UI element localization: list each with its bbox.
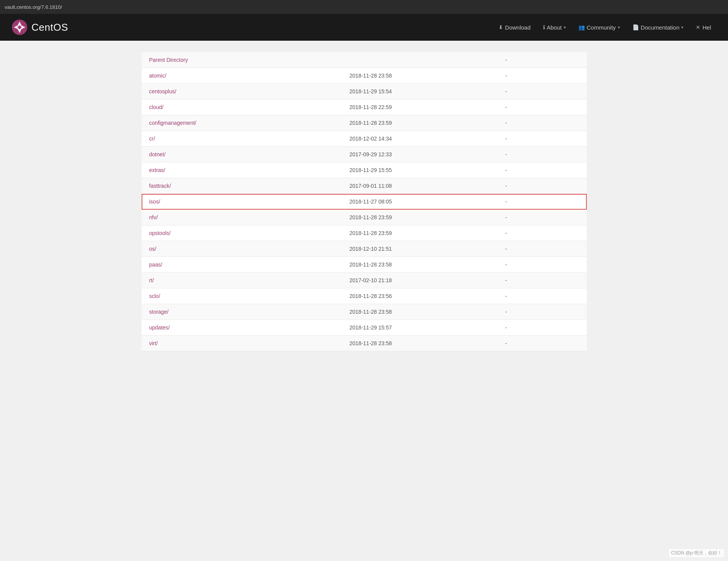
- nav-community-label: Community: [587, 24, 616, 31]
- navbar: CentOS ⬇ Download ℹ About ▾ 👥 Community …: [0, 14, 728, 41]
- dir-link[interactable]: rt/: [149, 277, 154, 283]
- brand-link[interactable]: CentOS: [12, 19, 68, 35]
- table-row[interactable]: centosplus/2018-11-29 15:54-: [142, 84, 587, 99]
- dir-date: 2018-12-10 21:51: [342, 241, 498, 257]
- browser-bar: vault.centos.org/7.6.1810/: [0, 0, 728, 14]
- help-icon: ✕: [696, 24, 700, 30]
- dir-size: -: [498, 273, 587, 288]
- docs-caret: ▾: [681, 25, 683, 30]
- dir-link[interactable]: fasttrack/: [149, 183, 171, 189]
- table-row[interactable]: updates/2018-11-29 15:57-: [142, 320, 587, 336]
- dir-link[interactable]: cloud/: [149, 104, 163, 110]
- dir-size: -: [498, 115, 587, 131]
- brand-name: CentOS: [31, 22, 68, 33]
- dir-link[interactable]: virt/: [149, 340, 158, 346]
- table-row[interactable]: nfv/2018-11-28 23:59-: [142, 210, 587, 225]
- dir-date: 2018-11-28 23:58: [342, 336, 498, 351]
- dir-link-parent[interactable]: Parent Directory: [149, 57, 188, 63]
- centos-logo: [12, 19, 28, 35]
- dir-link[interactable]: centosplus/: [149, 88, 177, 94]
- nav-community[interactable]: 👥 Community ▾: [573, 21, 626, 34]
- dir-link[interactable]: storage/: [149, 309, 169, 315]
- nav-docs-label: Documentation: [641, 24, 680, 31]
- table-row[interactable]: cr/2018-12-02 14:34-: [142, 131, 587, 147]
- dir-size: -: [498, 178, 587, 194]
- dir-size: -: [498, 68, 587, 84]
- table-row[interactable]: sclo/2018-11-28 23:56-: [142, 288, 587, 304]
- dir-link[interactable]: extras/: [149, 167, 165, 173]
- dir-link[interactable]: nfv/: [149, 214, 158, 220]
- download-icon: ⬇: [499, 24, 503, 30]
- nav-download[interactable]: ⬇ Download: [493, 21, 536, 34]
- dir-link[interactable]: updates/: [149, 324, 170, 331]
- dir-size: -: [498, 241, 587, 257]
- dir-date: 2017-02-10 21:18: [342, 273, 498, 288]
- dir-date: 2018-11-28 23:58: [342, 304, 498, 320]
- dir-date: 2018-11-28 23:58: [342, 68, 498, 84]
- dir-link[interactable]: paas/: [149, 261, 162, 268]
- community-icon: 👥: [578, 24, 585, 30]
- nav-help[interactable]: ✕ Hel: [690, 21, 716, 34]
- dir-size: -: [498, 147, 587, 162]
- directory-table: Parent Directory-atomic/2018-11-28 23:58…: [142, 52, 587, 351]
- dir-size: -: [498, 52, 587, 68]
- dir-link[interactable]: atomic/: [149, 73, 167, 79]
- table-row[interactable]: configmanagement/2018-11-28 23:59-: [142, 115, 587, 131]
- community-caret: ▾: [618, 25, 620, 30]
- table-row: Parent Directory-: [142, 52, 587, 68]
- table-row[interactable]: cloud/2018-11-28 22:59-: [142, 99, 587, 115]
- table-row[interactable]: storage/2018-11-28 23:58-: [142, 304, 587, 320]
- table-row[interactable]: opstools/2018-11-28 23:59-: [142, 225, 587, 241]
- about-caret: ▾: [564, 25, 566, 30]
- dir-link[interactable]: isos/: [149, 199, 160, 205]
- watermark: CSDN @p-明天，你好！: [669, 549, 724, 557]
- dir-date: 2018-11-29 15:54: [342, 84, 498, 99]
- dir-date: 2018-11-28 23:59: [342, 225, 498, 241]
- dir-date: [342, 52, 498, 68]
- table-row[interactable]: atomic/2018-11-28 23:58-: [142, 68, 587, 84]
- table-row[interactable]: paas/2018-11-28 23:58-: [142, 257, 587, 273]
- dir-date: 2018-11-27 08:05: [342, 194, 498, 210]
- dir-date: 2018-11-28 23:59: [342, 210, 498, 225]
- nav-documentation[interactable]: 📄 Documentation ▾: [627, 21, 689, 34]
- dir-date: 2018-12-02 14:34: [342, 131, 498, 147]
- dir-link[interactable]: sclo/: [149, 293, 160, 299]
- table-row[interactable]: os/2018-12-10 21:51-: [142, 241, 587, 257]
- browser-url: vault.centos.org/7.6.1810/: [5, 4, 62, 10]
- table-row[interactable]: virt/2018-11-28 23:58-: [142, 336, 587, 351]
- dir-date: 2018-11-29 15:57: [342, 320, 498, 336]
- dir-date: 2018-11-28 23:59: [342, 115, 498, 131]
- dir-date: 2017-09-01 11:08: [342, 178, 498, 194]
- dir-size: -: [498, 162, 587, 178]
- dir-size: -: [498, 304, 587, 320]
- dir-size: -: [498, 320, 587, 336]
- dir-date: 2018-11-28 22:59: [342, 99, 498, 115]
- nav-about-label: About: [547, 24, 562, 31]
- dir-size: -: [498, 288, 587, 304]
- table-row[interactable]: dotnet/2017-09-29 12:33-: [142, 147, 587, 162]
- table-row[interactable]: extras/2018-11-29 15:55-: [142, 162, 587, 178]
- table-row[interactable]: isos/2018-11-27 08:05-: [142, 194, 587, 210]
- nav-about[interactable]: ℹ About ▾: [538, 21, 571, 34]
- dir-size: -: [498, 131, 587, 147]
- dir-link[interactable]: dotnet/: [149, 151, 166, 157]
- nav-menu: ⬇ Download ℹ About ▾ 👥 Community ▾ 📄 Doc…: [493, 21, 716, 34]
- dir-size: -: [498, 257, 587, 273]
- dir-size: -: [498, 99, 587, 115]
- page-content: Parent Directory-atomic/2018-11-28 23:58…: [134, 41, 594, 363]
- dir-size: -: [498, 84, 587, 99]
- dir-date: 2018-11-28 23:56: [342, 288, 498, 304]
- dir-link[interactable]: opstools/: [149, 230, 171, 236]
- dir-date: 2017-09-29 12:33: [342, 147, 498, 162]
- table-row[interactable]: rt/2017-02-10 21:18-: [142, 273, 587, 288]
- dir-date: 2018-11-29 15:55: [342, 162, 498, 178]
- dir-link[interactable]: cr/: [149, 136, 155, 142]
- dir-link[interactable]: os/: [149, 246, 157, 252]
- dir-size: -: [498, 194, 587, 210]
- dir-link[interactable]: configmanagement/: [149, 120, 196, 126]
- table-row[interactable]: fasttrack/2017-09-01 11:08-: [142, 178, 587, 194]
- dir-date: 2018-11-28 23:58: [342, 257, 498, 273]
- nav-download-label: Download: [505, 24, 531, 31]
- dir-size: -: [498, 225, 587, 241]
- info-icon: ℹ: [543, 24, 545, 30]
